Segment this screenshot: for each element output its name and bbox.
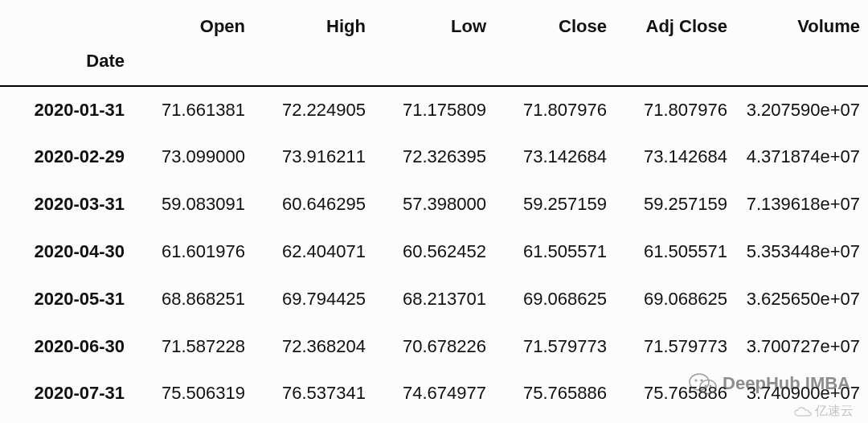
index-label: Date	[0, 44, 133, 86]
cell-adjclose: 71.807976	[615, 86, 735, 134]
cell-volume: 4.371874e+07	[735, 133, 868, 181]
watermark2-text: 亿速云	[815, 403, 854, 420]
svg-point-5	[710, 385, 712, 388]
watermark-deephub: DeepHub IMBA	[689, 372, 850, 396]
data-table: Open High Low Close Adj Close Volume Dat…	[0, 0, 868, 423]
cell-open: 73.099000	[133, 133, 253, 181]
table-row: 2020-02-2973.09900073.91621172.32639573.…	[0, 133, 868, 181]
cell-high: 60.646295	[253, 181, 374, 228]
row-date: 2020-02-29	[0, 133, 133, 181]
cell-open: 71.661381	[133, 86, 253, 134]
table-row: 2020-01-3171.66138172.22490571.17580971.…	[0, 86, 868, 134]
cell-high: 76.537341	[253, 370, 374, 417]
cell-close: 69.068625	[494, 276, 615, 323]
row-date: 2020-07-31	[0, 370, 133, 417]
cell-adjclose: 73.142684	[615, 133, 735, 181]
col-header-adjclose: Adj Close	[615, 0, 735, 44]
cell-high: 77.903739	[253, 417, 374, 423]
cell-adjclose: 59.257159	[615, 181, 735, 228]
col-header-low: Low	[374, 0, 494, 44]
cell-volume: 3.625650e+07	[735, 276, 868, 323]
svg-point-2	[695, 379, 698, 381]
cell-high: 73.916211	[253, 133, 374, 181]
cell-low: 71.175809	[374, 86, 494, 134]
row-date: 2020-01-31	[0, 86, 133, 134]
cell-open: 68.868251	[133, 276, 253, 323]
cell-volume: 3.700727e+07	[735, 323, 868, 371]
row-date: 2020-04-30	[0, 228, 133, 276]
cell-volume: 7.139618e+07	[735, 181, 868, 228]
cell-close: 73.142684	[494, 133, 615, 181]
row-date: 2020-05-31	[0, 276, 133, 323]
cell-adjclose: 69.068625	[615, 276, 735, 323]
cell-volume: 3.207590e+07	[735, 86, 868, 134]
cell-low: 60.562452	[374, 228, 494, 276]
cell-high: 72.368204	[253, 323, 374, 371]
cell-open: 59.083091	[133, 181, 253, 228]
cell-close: 75.765886	[494, 370, 615, 417]
col-header-volume: Volume	[735, 0, 868, 44]
cell-high: 62.404071	[253, 228, 374, 276]
cell-low: 57.398000	[374, 181, 494, 228]
table-row: 2020-05-3168.86825169.79442568.21370169.…	[0, 276, 868, 323]
table-row: 2020-08-3176.99602477.90373976.42885777.…	[0, 417, 868, 423]
svg-point-0	[690, 374, 709, 390]
cell-open: 76.996024	[133, 417, 253, 423]
cell-adjclose: 77.250976	[615, 417, 735, 423]
cell-close: 71.807976	[494, 86, 615, 134]
cell-open: 75.506319	[133, 370, 253, 417]
svg-point-3	[701, 379, 703, 381]
watermark-yisuyun: 亿速云	[794, 403, 854, 420]
cell-adjclose: 61.505571	[615, 228, 735, 276]
cell-open: 61.601976	[133, 228, 253, 276]
cell-high: 72.224905	[253, 86, 374, 134]
table-row: 2020-04-3061.60197662.40407160.56245261.…	[0, 228, 868, 276]
svg-point-4	[705, 385, 707, 388]
wechat-icon	[689, 372, 718, 396]
cell-close: 77.250976	[494, 417, 615, 423]
row-date: 2020-08-31	[0, 417, 133, 423]
cell-close: 61.505571	[494, 228, 615, 276]
table-row: 2020-06-3071.58722872.36820470.67822671.…	[0, 323, 868, 371]
cell-low: 72.326395	[374, 133, 494, 181]
cell-high: 69.794425	[253, 276, 374, 323]
cell-adjclose: 71.579773	[615, 323, 735, 371]
cell-close: 71.579773	[494, 323, 615, 371]
col-header-high: High	[253, 0, 374, 44]
row-date: 2020-03-31	[0, 181, 133, 228]
table-row: 2020-03-3159.08309160.64629557.39800059.…	[0, 181, 868, 228]
cell-low: 74.674977	[374, 370, 494, 417]
cell-low: 76.428857	[374, 417, 494, 423]
cloud-icon	[794, 406, 812, 417]
table-header: Open High Low Close Adj Close Volume Dat…	[0, 0, 868, 86]
watermark-text: DeepHub IMBA	[723, 373, 850, 394]
cell-low: 68.213701	[374, 276, 494, 323]
col-header-close: Close	[494, 0, 615, 44]
svg-point-1	[700, 380, 716, 394]
cell-close: 59.257159	[494, 181, 615, 228]
col-header-open: Open	[133, 0, 253, 44]
cell-open: 71.587228	[133, 323, 253, 371]
cell-low: 70.678226	[374, 323, 494, 371]
cell-volume: 5.353448e+07	[735, 228, 868, 276]
row-date: 2020-06-30	[0, 323, 133, 371]
